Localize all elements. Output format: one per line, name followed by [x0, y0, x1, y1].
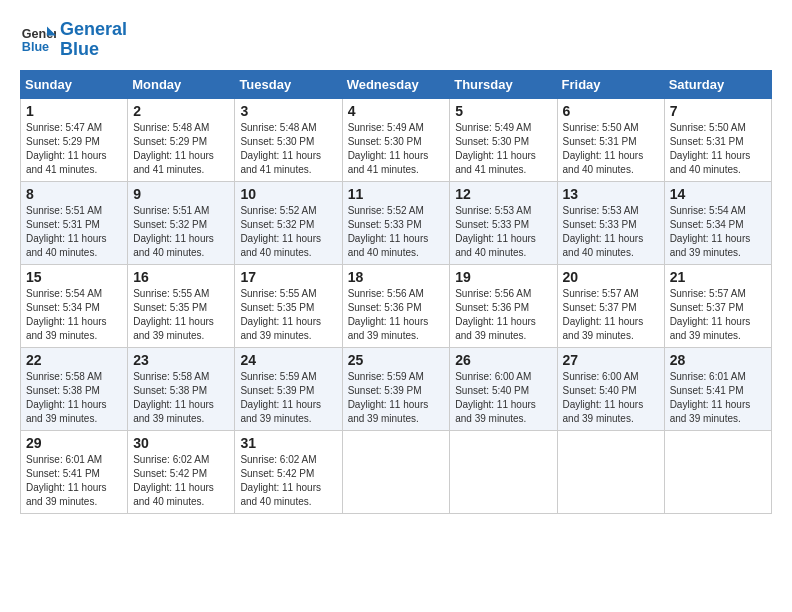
calendar-cell: 13Sunrise: 5:53 AM Sunset: 5:33 PM Dayli…: [557, 181, 664, 264]
day-info: Sunrise: 6:00 AM Sunset: 5:40 PM Dayligh…: [563, 370, 659, 426]
day-number: 19: [455, 269, 551, 285]
day-info: Sunrise: 5:54 AM Sunset: 5:34 PM Dayligh…: [670, 204, 766, 260]
day-number: 24: [240, 352, 336, 368]
day-info: Sunrise: 6:01 AM Sunset: 5:41 PM Dayligh…: [26, 453, 122, 509]
calendar-table: SundayMondayTuesdayWednesdayThursdayFrid…: [20, 70, 772, 514]
logo: General Blue GeneralBlue: [20, 20, 127, 60]
day-info: Sunrise: 5:59 AM Sunset: 5:39 PM Dayligh…: [348, 370, 445, 426]
calendar-week-row: 15Sunrise: 5:54 AM Sunset: 5:34 PM Dayli…: [21, 264, 772, 347]
logo-text: GeneralBlue: [60, 20, 127, 60]
day-info: Sunrise: 5:58 AM Sunset: 5:38 PM Dayligh…: [26, 370, 122, 426]
calendar-cell: 7Sunrise: 5:50 AM Sunset: 5:31 PM Daylig…: [664, 98, 771, 181]
day-info: Sunrise: 5:49 AM Sunset: 5:30 PM Dayligh…: [455, 121, 551, 177]
day-of-week-header: Tuesday: [235, 70, 342, 98]
calendar-cell: 23Sunrise: 5:58 AM Sunset: 5:38 PM Dayli…: [128, 347, 235, 430]
day-number: 16: [133, 269, 229, 285]
calendar-week-row: 22Sunrise: 5:58 AM Sunset: 5:38 PM Dayli…: [21, 347, 772, 430]
day-info: Sunrise: 5:56 AM Sunset: 5:36 PM Dayligh…: [348, 287, 445, 343]
calendar-cell: 25Sunrise: 5:59 AM Sunset: 5:39 PM Dayli…: [342, 347, 450, 430]
day-info: Sunrise: 5:57 AM Sunset: 5:37 PM Dayligh…: [670, 287, 766, 343]
calendar-cell: 9Sunrise: 5:51 AM Sunset: 5:32 PM Daylig…: [128, 181, 235, 264]
calendar-cell: 16Sunrise: 5:55 AM Sunset: 5:35 PM Dayli…: [128, 264, 235, 347]
day-number: 7: [670, 103, 766, 119]
day-number: 4: [348, 103, 445, 119]
day-number: 25: [348, 352, 445, 368]
day-info: Sunrise: 5:54 AM Sunset: 5:34 PM Dayligh…: [26, 287, 122, 343]
svg-text:Blue: Blue: [22, 40, 49, 54]
day-of-week-header: Saturday: [664, 70, 771, 98]
day-number: 21: [670, 269, 766, 285]
calendar-cell: 11Sunrise: 5:52 AM Sunset: 5:33 PM Dayli…: [342, 181, 450, 264]
day-number: 8: [26, 186, 122, 202]
day-info: Sunrise: 5:51 AM Sunset: 5:31 PM Dayligh…: [26, 204, 122, 260]
day-number: 2: [133, 103, 229, 119]
day-number: 13: [563, 186, 659, 202]
day-number: 22: [26, 352, 122, 368]
day-info: Sunrise: 5:48 AM Sunset: 5:29 PM Dayligh…: [133, 121, 229, 177]
day-number: 29: [26, 435, 122, 451]
calendar-week-row: 1Sunrise: 5:47 AM Sunset: 5:29 PM Daylig…: [21, 98, 772, 181]
calendar-cell: 21Sunrise: 5:57 AM Sunset: 5:37 PM Dayli…: [664, 264, 771, 347]
day-number: 17: [240, 269, 336, 285]
calendar-cell: [557, 430, 664, 513]
calendar-cell: 1Sunrise: 5:47 AM Sunset: 5:29 PM Daylig…: [21, 98, 128, 181]
calendar-cell: 6Sunrise: 5:50 AM Sunset: 5:31 PM Daylig…: [557, 98, 664, 181]
calendar-cell: [664, 430, 771, 513]
day-info: Sunrise: 5:56 AM Sunset: 5:36 PM Dayligh…: [455, 287, 551, 343]
calendar-cell: [342, 430, 450, 513]
day-of-week-header: Thursday: [450, 70, 557, 98]
day-number: 28: [670, 352, 766, 368]
calendar-cell: 8Sunrise: 5:51 AM Sunset: 5:31 PM Daylig…: [21, 181, 128, 264]
day-info: Sunrise: 5:55 AM Sunset: 5:35 PM Dayligh…: [133, 287, 229, 343]
day-info: Sunrise: 6:02 AM Sunset: 5:42 PM Dayligh…: [133, 453, 229, 509]
calendar-cell: 3Sunrise: 5:48 AM Sunset: 5:30 PM Daylig…: [235, 98, 342, 181]
day-info: Sunrise: 6:01 AM Sunset: 5:41 PM Dayligh…: [670, 370, 766, 426]
day-of-week-header: Friday: [557, 70, 664, 98]
day-number: 12: [455, 186, 551, 202]
calendar-header-row: SundayMondayTuesdayWednesdayThursdayFrid…: [21, 70, 772, 98]
calendar-cell: 26Sunrise: 6:00 AM Sunset: 5:40 PM Dayli…: [450, 347, 557, 430]
calendar-cell: 15Sunrise: 5:54 AM Sunset: 5:34 PM Dayli…: [21, 264, 128, 347]
day-number: 30: [133, 435, 229, 451]
day-info: Sunrise: 6:02 AM Sunset: 5:42 PM Dayligh…: [240, 453, 336, 509]
day-number: 26: [455, 352, 551, 368]
day-info: Sunrise: 5:48 AM Sunset: 5:30 PM Dayligh…: [240, 121, 336, 177]
calendar-cell: 4Sunrise: 5:49 AM Sunset: 5:30 PM Daylig…: [342, 98, 450, 181]
day-number: 23: [133, 352, 229, 368]
calendar-cell: 30Sunrise: 6:02 AM Sunset: 5:42 PM Dayli…: [128, 430, 235, 513]
day-info: Sunrise: 5:51 AM Sunset: 5:32 PM Dayligh…: [133, 204, 229, 260]
calendar-cell: 20Sunrise: 5:57 AM Sunset: 5:37 PM Dayli…: [557, 264, 664, 347]
day-number: 10: [240, 186, 336, 202]
day-info: Sunrise: 5:49 AM Sunset: 5:30 PM Dayligh…: [348, 121, 445, 177]
day-info: Sunrise: 5:58 AM Sunset: 5:38 PM Dayligh…: [133, 370, 229, 426]
day-number: 3: [240, 103, 336, 119]
day-of-week-header: Monday: [128, 70, 235, 98]
day-number: 9: [133, 186, 229, 202]
day-number: 31: [240, 435, 336, 451]
day-number: 1: [26, 103, 122, 119]
day-number: 18: [348, 269, 445, 285]
calendar-cell: [450, 430, 557, 513]
day-info: Sunrise: 5:55 AM Sunset: 5:35 PM Dayligh…: [240, 287, 336, 343]
day-of-week-header: Sunday: [21, 70, 128, 98]
day-info: Sunrise: 6:00 AM Sunset: 5:40 PM Dayligh…: [455, 370, 551, 426]
calendar-cell: 14Sunrise: 5:54 AM Sunset: 5:34 PM Dayli…: [664, 181, 771, 264]
day-info: Sunrise: 5:50 AM Sunset: 5:31 PM Dayligh…: [670, 121, 766, 177]
day-info: Sunrise: 5:50 AM Sunset: 5:31 PM Dayligh…: [563, 121, 659, 177]
calendar-week-row: 29Sunrise: 6:01 AM Sunset: 5:41 PM Dayli…: [21, 430, 772, 513]
day-info: Sunrise: 5:59 AM Sunset: 5:39 PM Dayligh…: [240, 370, 336, 426]
calendar-cell: 29Sunrise: 6:01 AM Sunset: 5:41 PM Dayli…: [21, 430, 128, 513]
day-number: 6: [563, 103, 659, 119]
day-info: Sunrise: 5:53 AM Sunset: 5:33 PM Dayligh…: [455, 204, 551, 260]
calendar-cell: 31Sunrise: 6:02 AM Sunset: 5:42 PM Dayli…: [235, 430, 342, 513]
day-info: Sunrise: 5:52 AM Sunset: 5:32 PM Dayligh…: [240, 204, 336, 260]
day-info: Sunrise: 5:52 AM Sunset: 5:33 PM Dayligh…: [348, 204, 445, 260]
calendar-cell: 27Sunrise: 6:00 AM Sunset: 5:40 PM Dayli…: [557, 347, 664, 430]
day-info: Sunrise: 5:47 AM Sunset: 5:29 PM Dayligh…: [26, 121, 122, 177]
calendar-cell: 12Sunrise: 5:53 AM Sunset: 5:33 PM Dayli…: [450, 181, 557, 264]
day-number: 5: [455, 103, 551, 119]
calendar-cell: 5Sunrise: 5:49 AM Sunset: 5:30 PM Daylig…: [450, 98, 557, 181]
calendar-cell: 28Sunrise: 6:01 AM Sunset: 5:41 PM Dayli…: [664, 347, 771, 430]
day-number: 14: [670, 186, 766, 202]
calendar-cell: 2Sunrise: 5:48 AM Sunset: 5:29 PM Daylig…: [128, 98, 235, 181]
